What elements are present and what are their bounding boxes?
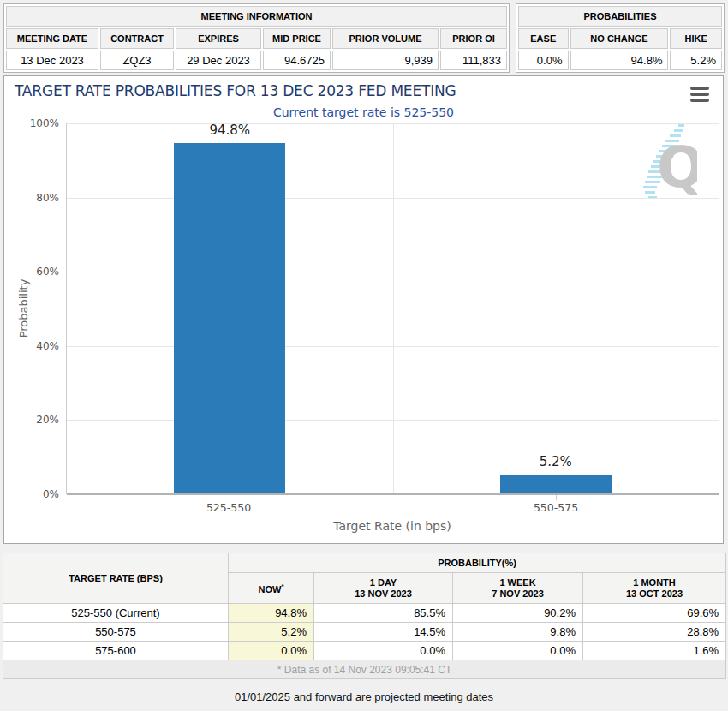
no-change-value: 94.8% bbox=[570, 51, 669, 70]
col-meeting-date: MEETING DATE bbox=[6, 28, 98, 49]
day-value-cell: 14.5% bbox=[314, 623, 453, 642]
probability-history-table: TARGET RATE (BPS) PROBABILITY(%) NOW* 1 … bbox=[3, 553, 726, 679]
week-value-cell: 90.2% bbox=[453, 604, 583, 623]
ease-value: 0.0% bbox=[518, 51, 569, 70]
col-no-change: NO CHANGE bbox=[570, 28, 669, 49]
x-axis-line bbox=[67, 493, 719, 495]
col-now: NOW* bbox=[229, 573, 314, 604]
mid-price-value: 94.6725 bbox=[263, 51, 331, 70]
rate-cell: 525-550 (Current) bbox=[3, 604, 229, 623]
history-group-header-row: TARGET RATE (BPS) PROBABILITY(%) bbox=[3, 553, 726, 573]
col-mid-price: MID PRICE bbox=[263, 28, 331, 49]
prior-volume-value: 9,939 bbox=[332, 51, 439, 70]
bar-value-label-550-575: 5.2% bbox=[540, 454, 572, 469]
now-value-cell: 5.2% bbox=[229, 623, 314, 642]
month-value-cell: 28.8% bbox=[583, 623, 726, 642]
day-value-cell: 0.0% bbox=[314, 642, 453, 660]
col-prior-oi: PRIOR OI bbox=[440, 28, 507, 49]
history-row-525-550: 525-550 (Current) 94.8% 85.5% 90.2% 69.6… bbox=[3, 604, 726, 623]
projected-meeting-dates-note: 01/01/2025 and forward are projected mee… bbox=[0, 690, 728, 703]
col-expires: EXPIRES bbox=[176, 28, 261, 49]
prior-oi-value: 111,833 bbox=[440, 51, 507, 70]
col-1-week: 1 WEEK7 NOV 2023 bbox=[453, 573, 583, 604]
expires-value: 29 Dec 2023 bbox=[176, 51, 261, 70]
probabilities-summary-table: PROBABILITIES EASE NO CHANGE HIKE 0.0% 9… bbox=[516, 3, 725, 73]
probabilities-title: PROBABILITIES bbox=[518, 6, 722, 27]
history-footnote-row: * Data as of 14 Nov 2023 09:05:41 CT bbox=[3, 660, 726, 679]
meeting-information-title: MEETING INFORMATION bbox=[6, 6, 507, 27]
xtick-mark-550-575 bbox=[556, 495, 557, 500]
bar-525-550[interactable] bbox=[174, 143, 285, 494]
ytick-20: 20% bbox=[36, 414, 59, 426]
hike-value: 5.2% bbox=[670, 51, 722, 70]
now-value-cell: 0.0% bbox=[229, 642, 314, 660]
rate-cell: 550-575 bbox=[3, 623, 229, 642]
week-value-cell: 0.0% bbox=[453, 642, 583, 660]
y-axis-title: Probability bbox=[17, 279, 30, 338]
meeting-information-value-row: 13 Dec 2023 ZQZ3 29 Dec 2023 94.6725 9,9… bbox=[6, 51, 507, 70]
data-as-of-footnote: * Data as of 14 Nov 2023 09:05:41 CT bbox=[3, 660, 726, 679]
col-1-day: 1 DAY13 NOV 2023 bbox=[314, 573, 453, 604]
category-boundary-line bbox=[393, 123, 394, 494]
ytick-60: 60% bbox=[36, 266, 59, 278]
probabilities-header-row: EASE NO CHANGE HIKE bbox=[518, 28, 722, 49]
meeting-date-value: 13 Dec 2023 bbox=[6, 51, 98, 70]
col-hike: HIKE bbox=[670, 28, 722, 49]
col-contract: CONTRACT bbox=[100, 28, 174, 49]
col-1-month: 1 MONTH13 OCT 2023 bbox=[583, 573, 726, 604]
col-target-rate-bps: TARGET RATE (BPS) bbox=[3, 553, 229, 604]
plot-right-border-line bbox=[719, 123, 719, 494]
xcat-label-525-550: 525-550 bbox=[206, 501, 251, 514]
xcat-label-550-575: 550-575 bbox=[534, 501, 578, 514]
ytick-0: 0% bbox=[43, 488, 59, 500]
x-axis-title: Target Rate (in bps) bbox=[66, 519, 719, 533]
ytick-80: 80% bbox=[36, 192, 59, 204]
bar-550-575[interactable] bbox=[500, 475, 612, 494]
probabilities-value-row: 0.0% 94.8% 5.2% bbox=[518, 51, 722, 70]
month-value-cell: 69.6% bbox=[583, 604, 726, 623]
ytick-40: 40% bbox=[36, 340, 59, 352]
col-probability-group: PROBABILITY(%) bbox=[229, 553, 726, 573]
plot-area: 100% 80% 60% 40% 20% 0% 94.8% 5.2% bbox=[66, 123, 719, 494]
now-value-cell: 94.8% bbox=[229, 604, 314, 623]
target-rate-probabilities-chart: TARGET RATE PROBABILITIES FOR 13 DEC 202… bbox=[3, 75, 724, 544]
meeting-information-header-row: MEETING DATE CONTRACT EXPIRES MID PRICE … bbox=[6, 28, 507, 49]
history-row-550-575: 550-575 5.2% 14.5% 9.8% 28.8% bbox=[3, 623, 726, 642]
rate-cell: 575-600 bbox=[3, 642, 229, 660]
col-prior-volume: PRIOR VOLUME bbox=[332, 28, 439, 49]
chart-subtitle: Current target rate is 525-550 bbox=[4, 105, 723, 119]
ytick-100: 100% bbox=[30, 117, 59, 129]
day-value-cell: 85.5% bbox=[314, 604, 453, 623]
contract-value: ZQZ3 bbox=[100, 51, 174, 70]
chart-title: TARGET RATE PROBABILITIES FOR 13 DEC 202… bbox=[15, 82, 456, 99]
hamburger-menu-icon[interactable] bbox=[690, 87, 709, 102]
bar-value-label-525-550: 94.8% bbox=[209, 122, 250, 138]
xtick-mark-525-550 bbox=[230, 495, 230, 500]
month-value-cell: 1.6% bbox=[583, 642, 726, 660]
now-asterisk: * bbox=[281, 583, 283, 590]
meeting-information-table: MEETING INFORMATION MEETING DATE CONTRAC… bbox=[3, 3, 510, 73]
history-row-575-600: 575-600 0.0% 0.0% 0.0% 1.6% bbox=[3, 642, 726, 660]
col-ease: EASE bbox=[518, 28, 569, 49]
week-value-cell: 9.8% bbox=[453, 623, 583, 642]
